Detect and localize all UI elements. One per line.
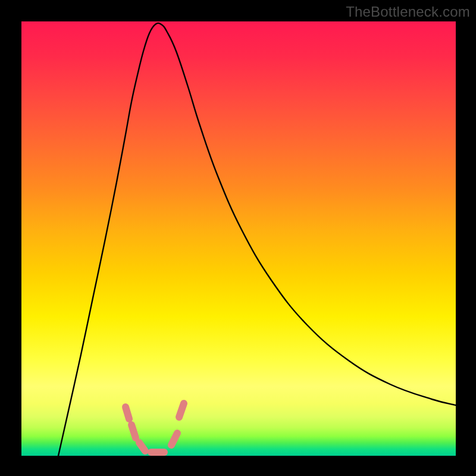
attribution-text: TheBottleneck.com (346, 4, 470, 20)
chart-frame: TheBottleneck.com (0, 0, 476, 476)
salmon-markers (126, 403, 184, 452)
bottleneck-curve (58, 23, 456, 456)
salmon-dash-1 (126, 407, 129, 419)
salmon-dash-6 (179, 403, 184, 417)
salmon-dash-2 (131, 425, 136, 438)
salmon-dash-5 (171, 433, 177, 445)
curve-layer (21, 21, 456, 456)
plot-area (21, 21, 456, 456)
salmon-dash-3 (139, 443, 145, 451)
